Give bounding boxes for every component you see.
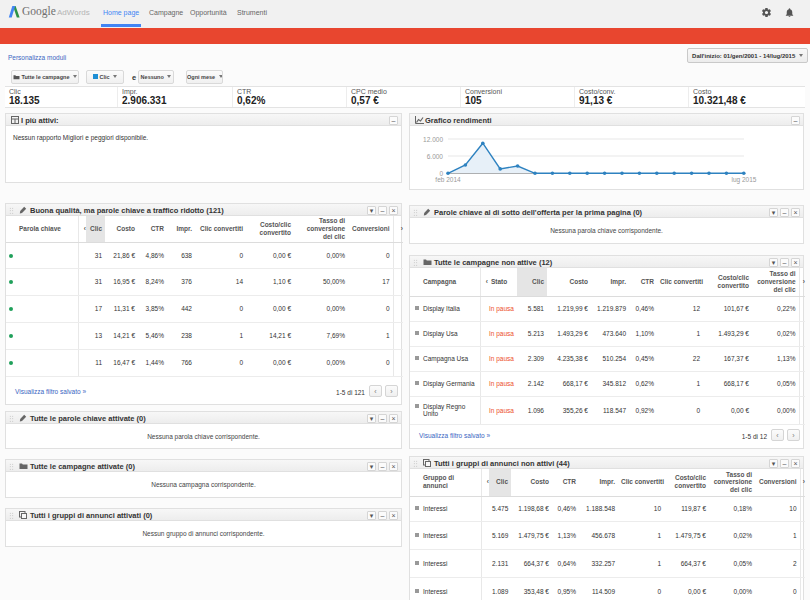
svg-text:lug 2015: lug 2015 — [732, 176, 757, 184]
svg-text:6.000: 6.000 — [427, 153, 444, 160]
svg-text:feb 2014: feb 2014 — [435, 176, 461, 183]
svg-text:12.000: 12.000 — [423, 136, 443, 143]
